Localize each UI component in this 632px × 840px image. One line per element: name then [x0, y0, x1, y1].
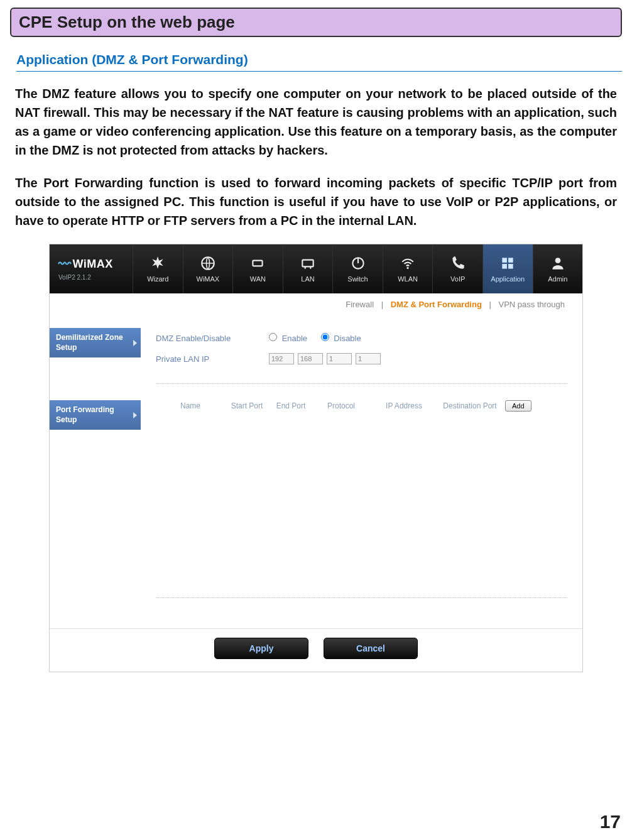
add-button[interactable]: Add [505, 400, 531, 412]
svg-rect-8 [508, 264, 513, 269]
nav-wlan[interactable]: WLAN [383, 244, 433, 293]
page-number: 17 [600, 811, 621, 832]
nav-label: Application [491, 275, 525, 283]
dmz-radio-group: Enable Disable [269, 333, 373, 343]
nav-label: WAN [250, 275, 266, 283]
cancel-button[interactable]: Cancel [324, 638, 418, 659]
svg-point-9 [555, 258, 560, 263]
router-ui-frame: 〰 WiMAX VoIP2 2.1.2 Wizard WiMAX WAN [49, 244, 583, 672]
radio-disable[interactable] [321, 333, 329, 341]
lan-icon [300, 255, 316, 271]
svg-rect-7 [503, 264, 508, 269]
application-icon [499, 255, 516, 271]
globe-icon [200, 255, 216, 271]
separator [156, 383, 567, 384]
logo-text: WiMAX [73, 258, 113, 271]
dmz-enable-label: DMZ Enable/Disable [156, 334, 269, 343]
svg-rect-6 [508, 258, 513, 263]
radio-enable[interactable] [269, 333, 277, 341]
wifi-icon [400, 255, 416, 271]
ip-octet-3[interactable] [327, 353, 352, 364]
private-ip-label: Private LAN IP [156, 354, 269, 364]
nav-label: WLAN [398, 275, 418, 283]
ip-input-group [269, 353, 381, 364]
nav-voip[interactable]: VoIP [432, 244, 482, 293]
separator-bottom [156, 597, 567, 598]
paragraph-portforwarding: The Port Forwarding function is used to … [15, 173, 617, 230]
subtab-firewall[interactable]: Firewall [346, 300, 374, 309]
top-nav-bar: 〰 WiMAX VoIP2 2.1.2 Wizard WiMAX WAN [50, 244, 582, 293]
logo: 〰 WiMAX [58, 257, 113, 271]
nav-wimax[interactable]: WiMAX [183, 244, 233, 293]
nav-label: Switch [347, 275, 368, 283]
content-area: Demilitarized Zone Setup Port Forwarding… [50, 314, 582, 628]
page-title-banner: CPE Setup on the web page [10, 8, 622, 37]
col-protocol: Protocol [313, 401, 369, 410]
nav-switch[interactable]: Switch [332, 244, 383, 293]
nav-wizard[interactable]: Wizard [133, 244, 183, 293]
col-dest-port: Destination Port [439, 401, 501, 410]
wan-icon [249, 255, 266, 271]
subtab-sep: | [489, 300, 491, 309]
phone-icon [450, 255, 466, 271]
col-end-port: End Port [269, 401, 313, 410]
nav-admin[interactable]: Admin [533, 244, 583, 293]
bottom-button-bar: Apply Cancel [50, 628, 582, 672]
radio-disable-label: Disable [334, 334, 361, 343]
svg-rect-1 [253, 261, 263, 266]
nav-wan[interactable]: WAN [232, 244, 283, 293]
subtab-sep: | [381, 300, 383, 309]
main-panel: DMZ Enable/Disable Enable Disable Privat… [141, 314, 582, 628]
paragraph-dmz: The DMZ feature allows you to specify on… [15, 84, 617, 160]
router-screenshot: 〰 WiMAX VoIP2 2.1.2 Wizard WiMAX WAN [10, 244, 622, 672]
col-start-port: Start Port [225, 401, 269, 410]
logo-swoosh-icon: 〰 [58, 257, 72, 271]
col-ip-address: IP Address [369, 401, 439, 410]
dmz-enable-row: DMZ Enable/Disable Enable Disable [156, 333, 567, 343]
svg-point-4 [406, 267, 408, 269]
power-icon [350, 255, 366, 271]
pf-table-header: Name Start Port End Port Protocol IP Add… [156, 396, 567, 415]
sub-tab-bar: Firewall | DMZ & Port Forwarding | VPN p… [50, 293, 582, 314]
svg-rect-2 [302, 260, 313, 267]
subtab-vpn[interactable]: VPN pass through [498, 300, 565, 309]
nav-label: VoIP [450, 275, 465, 283]
asterisk-icon [150, 255, 166, 271]
col-name: Name [156, 401, 225, 410]
version-label: VoIP2 2.1.2 [58, 274, 91, 281]
nav-label: Wizard [147, 275, 168, 283]
nav-label: Admin [548, 275, 567, 283]
ip-octet-1[interactable] [269, 353, 294, 364]
radio-enable-label: Enable [282, 334, 307, 343]
nav-lan[interactable]: LAN [283, 244, 333, 293]
private-ip-row: Private LAN IP [156, 353, 567, 364]
empty-area [156, 415, 567, 579]
apply-button[interactable]: Apply [214, 638, 308, 659]
section-heading: Application (DMZ & Port Forwarding) [16, 52, 622, 72]
ip-octet-2[interactable] [298, 353, 323, 364]
svg-rect-5 [503, 258, 508, 263]
ip-octet-4[interactable] [356, 353, 381, 364]
admin-icon [550, 255, 566, 271]
banner-text: CPE Setup on the web page [19, 13, 235, 31]
nav-items: Wizard WiMAX WAN LAN Switch [133, 244, 582, 293]
nav-application[interactable]: Application [482, 244, 533, 293]
nav-label: WiMAX [197, 275, 220, 283]
sidebar: Demilitarized Zone Setup Port Forwarding… [50, 314, 141, 628]
sidebar-item-portforwarding[interactable]: Port Forwarding Setup [50, 400, 141, 430]
nav-label: LAN [301, 275, 314, 283]
logo-area: 〰 WiMAX VoIP2 2.1.2 [50, 244, 133, 293]
subtab-dmz[interactable]: DMZ & Port Forwarding [391, 300, 482, 309]
sidebar-item-dmz[interactable]: Demilitarized Zone Setup [50, 328, 141, 357]
